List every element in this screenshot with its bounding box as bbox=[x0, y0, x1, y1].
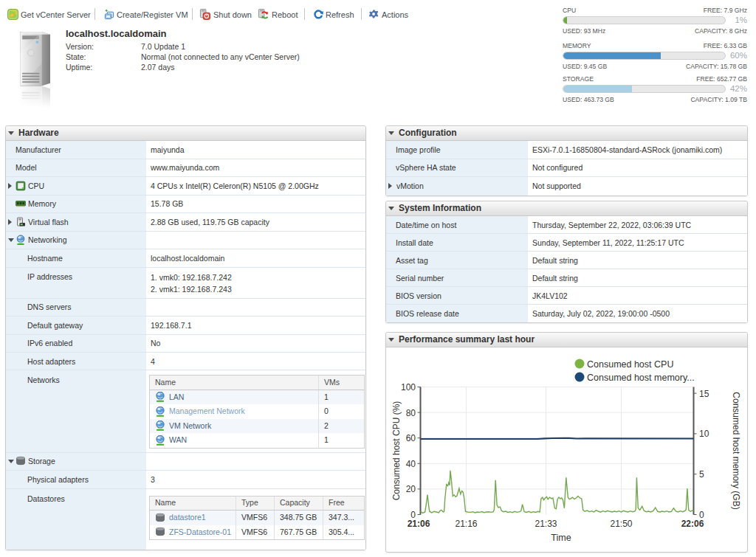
svg-text:15: 15 bbox=[699, 389, 709, 399]
svg-text:21:06: 21:06 bbox=[408, 519, 430, 529]
svg-text:21:33: 21:33 bbox=[535, 519, 557, 529]
svg-text:Consumed host memory (GB): Consumed host memory (GB) bbox=[731, 392, 741, 509]
svg-text:40: 40 bbox=[406, 459, 416, 469]
svg-text:80: 80 bbox=[406, 408, 416, 418]
svg-text:60: 60 bbox=[406, 433, 416, 443]
svg-text:Consumed host memory...: Consumed host memory... bbox=[587, 373, 695, 383]
svg-text:5: 5 bbox=[699, 469, 704, 480]
svg-text:Time: Time bbox=[551, 533, 571, 543]
svg-text:Consumed host CPU (%): Consumed host CPU (%) bbox=[391, 401, 402, 501]
svg-text:10: 10 bbox=[699, 429, 709, 439]
svg-text:21:50: 21:50 bbox=[610, 519, 632, 529]
svg-text:22:06: 22:06 bbox=[681, 519, 704, 529]
svg-text:Consumed host CPU: Consumed host CPU bbox=[587, 359, 673, 370]
svg-text:100: 100 bbox=[401, 382, 416, 392]
svg-text:21:16: 21:16 bbox=[455, 519, 477, 529]
svg-text:20: 20 bbox=[406, 484, 416, 494]
